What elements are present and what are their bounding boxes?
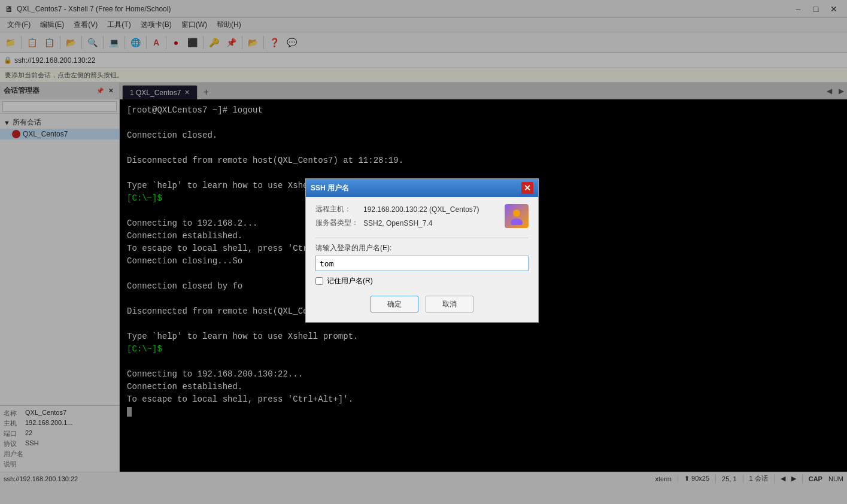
avatar-icon	[508, 207, 526, 225]
main-area: 会话管理器 📌 ✕ ▼ 所有会话 QXL_Centos7 名称 QXL_Cent…	[0, 83, 847, 472]
dialog-input-row	[315, 256, 529, 271]
dialog-divider	[315, 238, 529, 238]
svg-point-0	[513, 210, 520, 217]
dialog-buttons: 确定 取消	[315, 293, 529, 315]
dialog-server-type-value: SSH2, OpenSSH_7.4	[363, 219, 432, 227]
dialog-body: 远程主机： 192.168.200.130:22 (QXL_Centos7) 服…	[306, 197, 538, 322]
dialog-title: SSH 用户名	[311, 183, 521, 193]
dialog-server-type-label: 服务器类型：	[315, 218, 363, 228]
ssh-username-dialog: SSH 用户名 ✕ 远程主机： 192.168.200.130:22 (QXL_…	[305, 178, 539, 323]
dialog-field-label: 请输入登录的用户名(E):	[315, 243, 529, 253]
dialog-remote-host-row: 远程主机： 192.168.200.130:22 (QXL_Centos7)	[315, 204, 505, 214]
dialog-server-type-row: 服务器类型： SSH2, OpenSSH_7.4	[315, 218, 505, 228]
dialog-remote-host-value: 192.168.200.130:22 (QXL_Centos7)	[363, 205, 479, 214]
dialog-cancel-button[interactable]: 取消	[426, 296, 473, 312]
dialog-title-bar: SSH 用户名 ✕	[306, 179, 538, 197]
terminal-section: 1 QXL_Centos7 ✕ + ◀ ▶ [root@QXLCentos7 ~…	[120, 83, 847, 472]
dialog-avatar	[505, 204, 529, 228]
dialog-remote-host-label: 远程主机：	[315, 204, 363, 214]
dialog-overlay: SSH 用户名 ✕ 远程主机： 192.168.200.130:22 (QXL_…	[0, 0, 847, 504]
svg-point-1	[511, 218, 523, 225]
dialog-remember-row: 记住用户名(R)	[315, 276, 529, 286]
dialog-remember-label: 记住用户名(R)	[327, 276, 373, 286]
dialog-remember-checkbox[interactable]	[315, 277, 323, 285]
dialog-username-input[interactable]	[315, 256, 529, 271]
dialog-ok-button[interactable]: 确定	[371, 296, 418, 312]
dialog-close-button[interactable]: ✕	[521, 182, 533, 194]
